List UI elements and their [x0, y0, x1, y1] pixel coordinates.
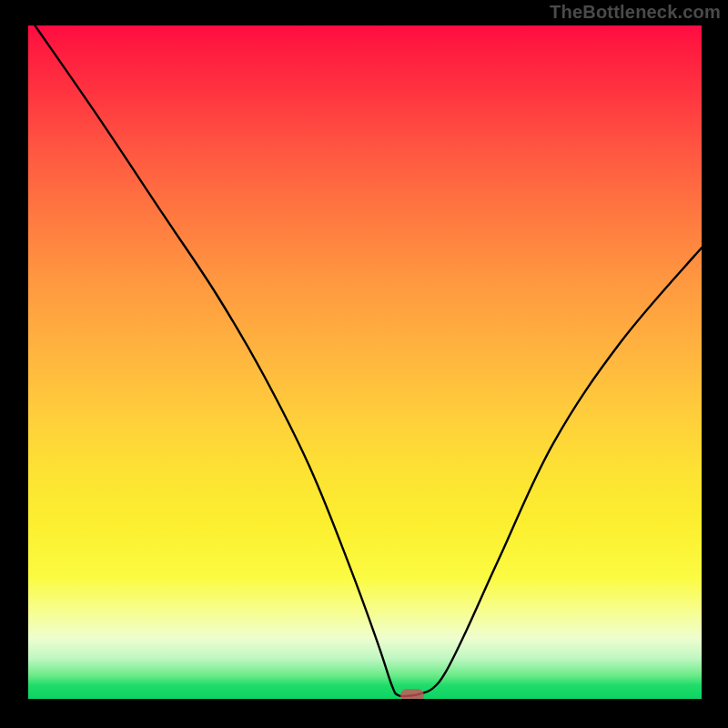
plot-area	[28, 25, 702, 699]
watermark-text: TheBottleneck.com	[550, 2, 721, 23]
chart-frame: TheBottleneck.com	[0, 0, 728, 728]
optimal-point-marker	[400, 689, 424, 699]
bottleneck-curve	[28, 25, 702, 699]
